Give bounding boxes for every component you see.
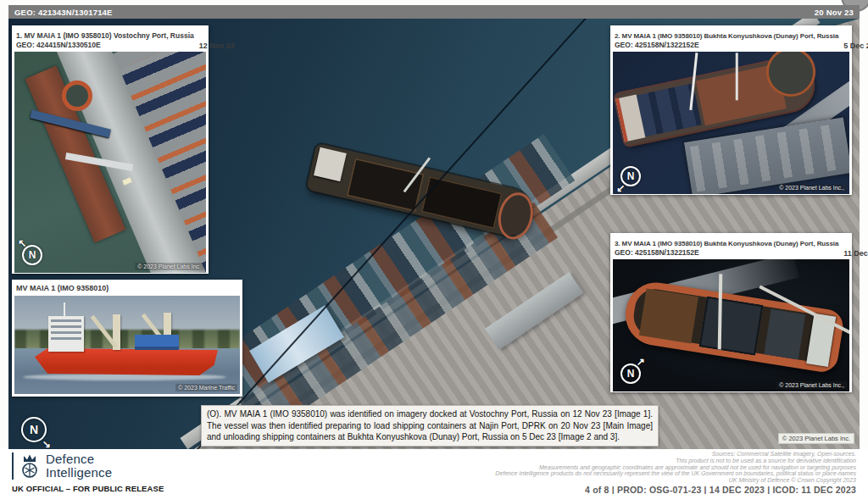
inset3-geo: GEO: 425158N/1322152E	[615, 248, 838, 258]
inset3-credit: © 2023 Planet Labs Inc.,	[776, 381, 847, 389]
inset1-credit: © 2023 Planet Labs Inc.	[135, 263, 203, 270]
inset1-title: 1. MV MAIA 1 (IMO 9358010) Vostochny Por…	[16, 31, 194, 41]
inset3-date: 11 Dec 23	[838, 249, 868, 258]
cargo-hatch	[764, 309, 805, 359]
crane-turntable	[62, 80, 92, 111]
org-name-line2: Intelligence	[46, 466, 112, 480]
crown-emblem-icon	[19, 452, 41, 480]
inset3-satellite-image: N ↗ © 2023 Planet Labs Inc.,	[613, 259, 849, 391]
dock-texture	[690, 123, 846, 191]
photo-credit: © 2023 Marine Traffic	[175, 384, 237, 391]
logo-divider	[12, 452, 14, 480]
inset-image-1: 1. MV MAIA 1 (IMO 9358010) Vostochny Por…	[12, 25, 209, 274]
disclaimer-line: This product is not to be used as a sour…	[495, 458, 856, 464]
red-hull	[35, 348, 218, 375]
inset3-title: 3. MV MAIA 1 (IMO 9358010) Bukhta Konyus…	[615, 239, 838, 248]
inset3-header: 3. MV MAIA 1 (IMO 9358010) Bukhta Konyus…	[613, 236, 849, 259]
top-geo-bar: GEO: 421343N/1301714E 20 Nov 23	[8, 5, 860, 19]
inset1-header: 1. MV MAIA 1 (IMO 9358010) Vostochny Por…	[14, 28, 206, 52]
inset2-geo: GEO: 425158N/1322152E	[615, 41, 838, 50]
cargo-hatch	[639, 288, 698, 343]
inset2-satellite-image: N ↙ © 2023 Planet Labs Inc.,	[613, 52, 849, 194]
vessel-photo-inset: MV MAIA 1 (IMO 9358010) © 2023 Marine Tr…	[12, 280, 242, 397]
photo-title: MV MAIA 1 (IMO 9358010)	[16, 284, 108, 293]
inset-image-3: 3. MV MAIA 1 (IMO 9358010) Bukhta Konyus…	[610, 233, 852, 392]
superstructure	[48, 316, 84, 352]
inset2-date: 5 Dec 23	[838, 42, 868, 50]
main-image-date: 20 Nov 23	[815, 8, 854, 17]
windows	[51, 319, 81, 341]
inset2-title: 2. MV MAIA 1 (IMO 9358010) Bukhta Konyus…	[615, 31, 838, 41]
north-arrow-icon: N ↘	[19, 414, 49, 445]
inset-image-2: 2. MV MAIA 1 (IMO 9358010) Bukhta Konyus…	[610, 25, 852, 195]
defence-intelligence-logo: Defence Intelligence	[12, 452, 112, 480]
vessel-photo: © 2023 Marine Traffic	[14, 296, 240, 394]
crane	[113, 314, 120, 350]
photo-header: MV MAIA 1 (IMO 9358010)	[14, 282, 240, 296]
org-name-line1: Defence	[46, 452, 112, 466]
deck-containers	[135, 335, 179, 350]
north-arrow-pointer: ↗	[637, 358, 645, 366]
product-reference-line: 4 of 8 | PROD: OSG-071-23 | 14 DEC 2023 …	[585, 485, 856, 494]
north-arrow-pointer: ↖	[18, 239, 26, 247]
disclaimer-line: Defence Intelligence products do not nec…	[495, 470, 856, 477]
north-arrow-pointer: ↘	[42, 440, 51, 448]
mast	[64, 303, 65, 318]
north-arrow-icon: N ↙	[618, 164, 643, 189]
inset3-header-text: 3. MV MAIA 1 (IMO 9358010) Bukhta Konyus…	[615, 239, 838, 258]
disclaimer-line: UK Ministry of Defence © Crown Copyright…	[495, 477, 856, 484]
intel-product-page: GEO: 421343N/1301714E 20 Nov 23 N ↘ © 20…	[0, 0, 868, 494]
disclaimer-line: Measurements and geographic coordinates …	[495, 464, 856, 471]
cargo-hatch	[699, 297, 763, 355]
inset1-date: 12 Nov 23	[194, 42, 235, 50]
inset1-satellite-image: N ↖ © 2023 Planet Labs Inc.	[14, 52, 206, 273]
inset2-header: 2. MV MAIA 1 (IMO 9358010) Bukhta Konyus…	[613, 28, 849, 52]
dock-apron	[684, 118, 849, 194]
main-image-credit: © 2023 Planet Labs Inc.	[778, 433, 854, 444]
north-arrow-pointer: ↙	[616, 184, 625, 192]
crane-mast	[736, 53, 738, 101]
inset2-header-text: 2. MV MAIA 1 (IMO 9358010) Bukhta Konyus…	[615, 31, 838, 50]
north-arrow-icon: N ↖	[19, 242, 45, 268]
inset1-geo: GEO: 424415N/1330510E	[16, 41, 194, 50]
footer-bar: Defence Intelligence UK OFFICIAL – FOR P…	[0, 449, 868, 494]
analyst-caption: (O). MV MAIA 1 (IMO 9358010) was identif…	[201, 405, 659, 447]
inset1-header-text: 1. MV MAIA 1 (IMO 9358010) Vostochny Por…	[16, 31, 194, 50]
main-geo-coordinates: GEO: 421343N/1301714E	[14, 8, 113, 17]
disclaimer-line: Sources: Commercial Satellite Imagery, O…	[495, 451, 856, 458]
org-name: Defence Intelligence	[46, 452, 112, 480]
classification-marking: UK OFFICIAL – FOR PUBLIC RELEASE	[12, 484, 164, 493]
disclaimer-block: Sources: Commercial Satellite Imagery, O…	[495, 451, 856, 484]
north-arrow-icon: N ↗	[618, 361, 643, 386]
inset2-credit: © 2023 Planet Labs Inc.,	[776, 184, 847, 191]
